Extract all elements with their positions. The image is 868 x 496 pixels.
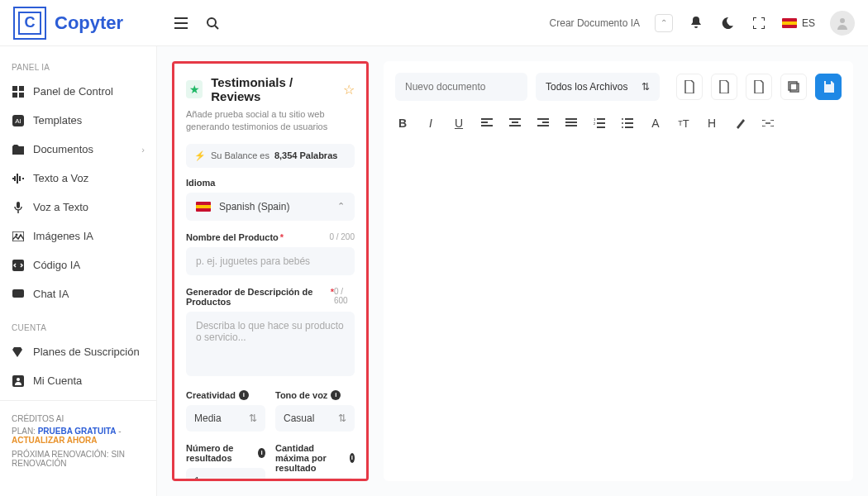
svg-point-21: [622, 122, 623, 124]
heading-button[interactable]: H: [704, 116, 719, 131]
bell-icon[interactable]: [688, 15, 704, 31]
align-justify-button[interactable]: [564, 116, 579, 131]
unordered-list-button[interactable]: [620, 116, 635, 131]
balance-prefix: Su Balance es: [211, 150, 269, 160]
voice-to-text-icon: [12, 202, 25, 213]
logo[interactable]: C: [13, 7, 46, 40]
info-icon[interactable]: i: [331, 390, 341, 400]
form-title: Testimonials / Reviews: [211, 75, 335, 103]
underline-button[interactable]: U: [451, 116, 466, 131]
sidebar-item-texto-voz[interactable]: Texto a Voz: [0, 164, 156, 193]
favorite-star-icon[interactable]: ☆: [343, 82, 355, 98]
next-renewal: PRÓXIMA RENOVACIÓN: SIN RENOVACIÓN: [12, 450, 145, 468]
creativity-value: Media: [194, 413, 222, 424]
chat-icon: [12, 289, 25, 299]
max-input[interactable]: 1000: [275, 478, 355, 481]
align-left-button[interactable]: [479, 116, 494, 131]
sidebar-item-templates[interactable]: AI Templates: [0, 106, 156, 135]
create-doc-link[interactable]: Crear Documento IA: [550, 17, 640, 29]
svg-rect-2: [12, 86, 17, 91]
font-button[interactable]: A: [648, 116, 663, 131]
product-name-input[interactable]: [186, 247, 355, 275]
credits-title: CRÉDITOS AI: [12, 414, 145, 423]
form-description: Añade prueba social a tu sitio web gener…: [186, 108, 355, 134]
language-selector[interactable]: ES: [782, 17, 815, 29]
logo-letter: C: [18, 12, 41, 35]
product-name-label: Nombre del Producto: [186, 232, 279, 242]
fullscreen-icon[interactable]: [751, 15, 767, 31]
sidebar-item-planes[interactable]: Planes de Suscripción: [0, 337, 156, 366]
info-icon[interactable]: i: [350, 453, 355, 463]
bold-button[interactable]: B: [395, 116, 410, 131]
svg-rect-3: [19, 86, 24, 91]
search-icon[interactable]: [204, 15, 221, 31]
results-label: Número de resultados: [186, 443, 255, 463]
sidebar-item-label: Chat IA: [33, 288, 69, 300]
sidebar-item-voz-texto[interactable]: Voz a Texto: [0, 193, 156, 222]
align-center-button[interactable]: [508, 116, 522, 131]
creativity-select[interactable]: Media ⇅: [186, 405, 265, 432]
idioma-select[interactable]: Spanish (Spain) ⌃: [186, 193, 355, 221]
save-button[interactable]: [815, 74, 842, 100]
brand-name: Copyter: [55, 12, 123, 34]
sidebar: PANEL IA Panel de Control AI Templates D…: [0, 46, 157, 496]
chevron-sort-icon: ⇅: [338, 413, 346, 424]
highlight-button[interactable]: [732, 116, 747, 131]
creativity-label: Creatividad: [186, 390, 236, 400]
subscription-icon: [12, 347, 25, 357]
sidebar-item-label: Código IA: [33, 259, 80, 271]
export-pdf-button[interactable]: [711, 74, 737, 100]
svg-point-20: [622, 118, 623, 120]
bolt-icon: ⚡: [194, 150, 206, 161]
form-panel: ★ Testimonials / Reviews ☆ Añade prueba …: [172, 61, 369, 481]
text-to-voice-icon: [12, 174, 25, 184]
info-icon[interactable]: i: [258, 448, 265, 458]
export-word-button[interactable]: [676, 74, 703, 100]
doc-name-input[interactable]: [395, 73, 527, 101]
menu-toggle-icon[interactable]: [173, 15, 189, 31]
copy-button[interactable]: [780, 74, 807, 100]
chevron-up-icon: ⌃: [337, 201, 345, 212]
sidebar-item-codigo[interactable]: Código IA: [0, 250, 156, 279]
align-right-button[interactable]: [536, 116, 551, 131]
sidebar-item-label: Voz a Texto: [33, 201, 88, 213]
create-doc-chevron[interactable]: ⌃: [655, 14, 673, 32]
svg-rect-17: [826, 81, 831, 84]
chevron-right-icon: ›: [141, 145, 145, 155]
tone-select[interactable]: Casual ⇅: [275, 405, 355, 432]
product-desc-label: Generador de Descripción de Productos: [186, 287, 329, 307]
sidebar-item-label: Templates: [33, 114, 82, 126]
archive-value: Todos los Archivos: [546, 81, 627, 93]
dark-mode-icon[interactable]: [719, 15, 736, 31]
svg-text:AI: AI: [15, 117, 21, 125]
archive-select[interactable]: Todos los Archivos ⇅: [536, 73, 660, 101]
sidebar-item-micuenta[interactable]: Mi Cuenta: [0, 366, 156, 395]
sidebar-item-chat[interactable]: Chat IA: [0, 279, 156, 308]
plan-label: PLAN:: [12, 427, 36, 436]
sidebar-item-label: Imágenes IA: [33, 230, 93, 242]
sidebar-item-panel-control[interactable]: Panel de Control: [0, 77, 156, 106]
sidebar-item-imagenes[interactable]: Imágenes IA: [0, 222, 156, 250]
documents-icon: [12, 145, 25, 155]
svg-rect-12: [12, 289, 24, 298]
avatar[interactable]: [830, 11, 855, 36]
sidebar-item-documentos[interactable]: Documentos ›: [0, 135, 156, 164]
sidebar-item-label: Documentos: [33, 143, 93, 155]
upgrade-link[interactable]: ACTUALIZAR AHORA: [12, 436, 98, 445]
sidebar-item-label: Texto a Voz: [33, 172, 88, 184]
product-desc-input[interactable]: [186, 312, 355, 376]
idioma-value: Spanish (Spain): [219, 201, 289, 212]
results-select[interactable]: 1: [186, 468, 265, 481]
balance-banner: ⚡ Su Balance es 8,354 Palabras: [186, 144, 355, 168]
export-txt-button[interactable]: [746, 74, 772, 100]
svg-point-22: [622, 126, 623, 128]
code-icon: [12, 260, 25, 271]
font-size-button[interactable]: TT: [676, 116, 691, 131]
italic-button[interactable]: I: [423, 116, 438, 131]
product-desc-counter: 0 / 600: [334, 287, 355, 307]
info-icon[interactable]: i: [239, 390, 249, 400]
editor-panel: Todos los Archivos ⇅ B I U: [384, 61, 853, 481]
ordered-list-button[interactable]: 12: [592, 116, 607, 131]
link-button[interactable]: [761, 116, 775, 131]
format-toolbar: B I U 12 A TT H: [395, 111, 842, 136]
